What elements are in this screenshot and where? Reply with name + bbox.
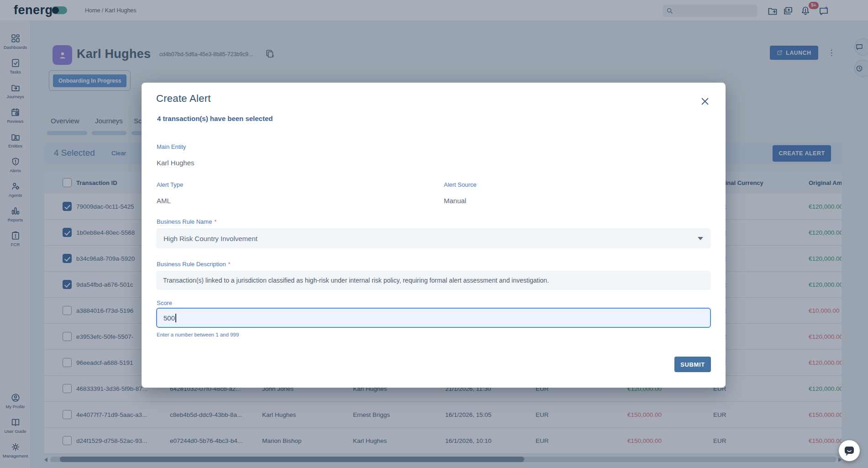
business-rule-name-select[interactable]: High Risk Country Involvement	[156, 228, 711, 248]
chat-bubble-icon	[843, 445, 855, 457]
main-entity-label: Main Entity	[157, 143, 186, 150]
chevron-down-icon	[698, 237, 703, 240]
business-rule-name-value: High Risk Country Involvement	[163, 235, 258, 242]
score-value: 500	[163, 314, 175, 322]
main-entity-value: Karl Hughes	[157, 159, 195, 167]
score-input[interactable]: 500	[156, 308, 711, 328]
modal-title: Create Alert	[156, 93, 211, 105]
app-window: fenerg Home / Karl Hughes 9+ DashboardsT…	[0, 0, 868, 468]
business-rule-description-value: Transaction(s) linked to a jurisdiction …	[163, 277, 549, 284]
chat-launcher-button[interactable]	[839, 440, 860, 461]
alert-type-label: Alert Type	[157, 181, 183, 188]
text-cursor	[175, 314, 176, 322]
submit-button[interactable]: SUBMIT	[674, 357, 711, 372]
required-marker: *	[228, 261, 231, 268]
required-marker: *	[214, 219, 216, 225]
business-rule-description-field[interactable]: Transaction(s) linked to a jurisdiction …	[156, 271, 711, 290]
alert-type-value: AML	[157, 197, 171, 205]
business-rule-name-label: Business Rule Name*	[157, 218, 216, 225]
close-icon[interactable]	[700, 96, 710, 106]
modal-subtitle: 4 transaction(s) have been selected	[157, 115, 273, 122]
alert-source-value: Manual	[444, 197, 466, 205]
alert-source-label: Alert Source	[444, 181, 477, 188]
create-alert-modal: Create Alert 4 transaction(s) have been …	[142, 83, 726, 388]
score-helper-text: Enter a number between 1 and 999	[157, 332, 239, 337]
score-label: Score	[157, 300, 172, 306]
business-rule-description-label: Business Rule Description*	[157, 261, 230, 268]
